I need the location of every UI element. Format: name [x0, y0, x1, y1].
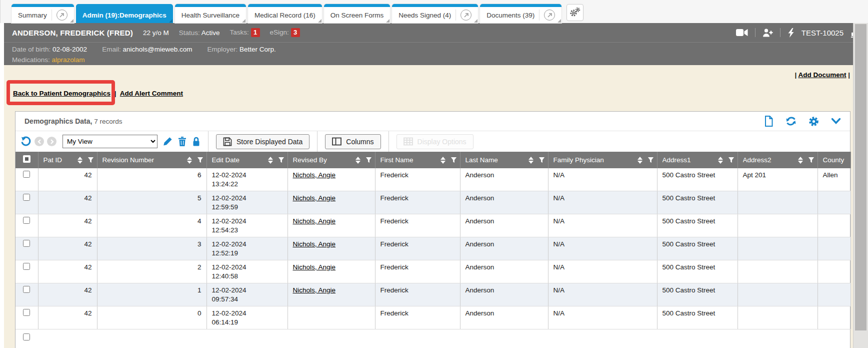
video-camera-icon[interactable]	[736, 29, 748, 37]
gear-icon[interactable]	[808, 116, 819, 127]
sort-icon[interactable]	[718, 157, 723, 164]
tab-label: Health Surveillance	[182, 12, 240, 19]
revised-by-link[interactable]: Nichols, Angie	[293, 240, 336, 248]
next-view-button[interactable]	[47, 137, 56, 146]
table-row: 42 1 12-02-202409:57:34 Nichols, Angie F…	[16, 283, 850, 306]
col-header-first-name: First Name	[375, 152, 460, 168]
row-checkbox[interactable]	[23, 194, 30, 201]
tab-needs-signed[interactable]: Needs Signed (4)	[392, 4, 478, 23]
filter-funnel-icon[interactable]	[808, 157, 814, 163]
row-checkbox[interactable]	[23, 286, 30, 293]
columns-icon	[332, 137, 342, 146]
columns-button[interactable]: Columns	[325, 134, 380, 149]
edit-view-pencil-icon[interactable]	[163, 137, 172, 146]
revised-by-link[interactable]: Nichols, Angie	[293, 194, 336, 202]
row-checkbox[interactable]	[23, 263, 30, 270]
tab-medical-record[interactable]: Medical Record (16)	[248, 4, 322, 23]
record-count: 7 records	[94, 118, 122, 125]
col-header-last-name: Last Name	[460, 152, 548, 168]
view-select[interactable]: My View	[62, 135, 158, 148]
tab-admin-demographics[interactable]: Admin (19):Demographics	[76, 4, 173, 23]
chevron-down-icon[interactable]	[831, 118, 841, 125]
row-checkbox[interactable]	[23, 240, 30, 247]
open-in-new-icon[interactable]	[460, 10, 472, 21]
add-person-icon[interactable]	[762, 29, 773, 37]
patient-age-sex: 22 y/o M	[143, 29, 169, 37]
tab-label: Needs Signed (4)	[398, 12, 451, 19]
display-options-button: Display Options	[396, 134, 474, 149]
tab-label: Medical Record (16)	[254, 12, 316, 19]
revised-by-link[interactable]: Nichols, Angie	[293, 286, 336, 294]
pipe: |	[794, 71, 796, 79]
add-document-row: | Add Document |	[4, 65, 868, 79]
tab-settings-button[interactable]	[566, 4, 584, 21]
tab-health-surveillance[interactable]: Health Surveillance	[175, 4, 246, 23]
patient-medications: Medications: alprazolam	[12, 55, 85, 65]
delete-view-trash-icon[interactable]	[178, 137, 186, 146]
divider	[780, 28, 780, 37]
tab-documents[interactable]: Documents (39)	[480, 4, 562, 23]
lightning-icon[interactable]	[788, 28, 794, 38]
table-row: 42 3 12-02-202412:52:19 Nichols, Angie F…	[16, 237, 850, 260]
footer-select-checkbox[interactable]	[23, 333, 30, 340]
patient-email: Email: anichols@mieweb.com	[102, 44, 192, 55]
sort-icon[interactable]	[78, 157, 82, 164]
demographics-data-panel: Demographics Data, 7 records	[15, 111, 850, 348]
patient-name: ANDERSON, FREDERICK (FRED)	[12, 29, 133, 37]
filter-funnel-icon[interactable]	[538, 157, 545, 163]
vertical-scrollbar[interactable]	[853, 23, 868, 348]
revised-by-link[interactable]: Nichols, Angie	[293, 263, 336, 271]
button-label: Store Displayed Data	[236, 138, 302, 146]
esign-indicator[interactable]: eSign: 3	[270, 28, 300, 37]
sort-icon[interactable]	[528, 157, 534, 164]
pipe: |	[114, 90, 116, 97]
row-checkbox[interactable]	[23, 171, 30, 178]
reset-view-icon[interactable]	[20, 136, 32, 147]
filter-funnel-icon[interactable]	[197, 157, 204, 163]
open-in-new-icon[interactable]	[544, 10, 555, 21]
sort-icon[interactable]	[440, 157, 446, 164]
table-row: 42 0 12-02-202406:14:19 Frederick Anders…	[16, 306, 850, 329]
revised-by-link[interactable]: Nichols, Angie	[293, 217, 336, 225]
divider	[755, 28, 756, 37]
col-header-family-physician: Family Physician	[548, 152, 657, 168]
open-in-new-icon[interactable]	[56, 10, 68, 21]
lock-view-icon[interactable]	[192, 137, 200, 146]
filter-funnel-icon[interactable]	[278, 157, 284, 163]
tab-strip: Summary Admin (19):Demographics Health S…	[0, 0, 868, 23]
sort-icon[interactable]	[356, 157, 360, 164]
store-displayed-data-button[interactable]: Store Displayed Data	[216, 134, 310, 149]
select-all-checkbox[interactable]	[23, 155, 30, 163]
button-label: Columns	[346, 138, 374, 146]
filter-funnel-icon[interactable]	[450, 157, 457, 163]
refresh-icon[interactable]	[786, 116, 796, 126]
patient-status: Status: Active	[179, 29, 220, 37]
sort-icon[interactable]	[268, 157, 273, 164]
sort-icon[interactable]	[798, 157, 803, 164]
select-all-header-cell	[16, 152, 38, 168]
tab-on-screen-forms[interactable]: On Screen Forms	[324, 4, 390, 23]
filter-funnel-icon[interactable]	[728, 157, 734, 163]
add-alert-comment-link[interactable]: Add Alert Comment	[120, 90, 183, 97]
filter-funnel-icon[interactable]	[648, 157, 654, 163]
row-checkbox[interactable]	[23, 309, 30, 316]
back-to-patient-demographics-link[interactable]: Back to Patient Demographics	[13, 90, 110, 97]
new-document-icon[interactable]	[764, 116, 774, 127]
sort-icon[interactable]	[638, 157, 642, 164]
scrollbar-thumb[interactable]	[855, 24, 866, 330]
previous-view-button[interactable]	[34, 137, 44, 146]
revised-by-link[interactable]: Nichols, Angie	[293, 171, 336, 179]
add-document-link[interactable]: Add Document	[798, 71, 846, 79]
col-header-address2: Address2	[738, 152, 818, 168]
filter-funnel-icon[interactable]	[88, 157, 94, 163]
row-checkbox[interactable]	[23, 217, 30, 224]
gears-icon	[570, 7, 580, 19]
tasks-indicator[interactable]: Tasks: 1	[230, 28, 260, 37]
tab-label: On Screen Forms	[330, 12, 384, 19]
tab-summary[interactable]: Summary	[12, 4, 74, 23]
sort-icon[interactable]	[187, 157, 192, 164]
filter-funnel-icon[interactable]	[366, 157, 372, 163]
panel-title: Demographics Data, 7 records	[24, 117, 122, 125]
content-area: | Add Document | Back to Patient Demogra…	[4, 65, 868, 348]
tab-divider	[456, 10, 456, 21]
